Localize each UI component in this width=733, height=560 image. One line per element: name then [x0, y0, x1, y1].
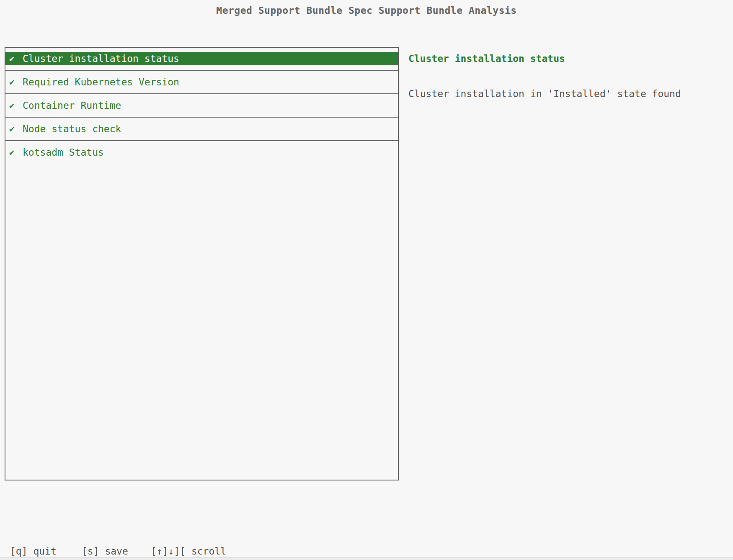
footer: [q] quit [s] save [↑]↓][ scroll — [0, 546, 733, 557]
check-icon: ✔ — [5, 54, 23, 64]
check-icon: ✔ — [5, 77, 23, 87]
list-item-label: Node status check — [23, 123, 398, 134]
list-item[interactable]: ✔Cluster installation status — [5, 52, 398, 75]
check-icon: ✔ — [5, 100, 23, 110]
list-item-label: Container Runtime — [23, 100, 398, 111]
page-title: Merged Support Bundle Spec Support Bundl… — [0, 5, 733, 16]
window-bottom-edge — [0, 557, 733, 560]
list-item[interactable]: ✔Required Kubernetes Version — [5, 75, 398, 99]
list-item-label: Required Kubernetes Version — [23, 77, 398, 87]
list-item-label: kotsadm Status — [23, 147, 398, 158]
quit-key-hint: [q] quit — [10, 546, 57, 557]
detail-message: Cluster installation in 'Installed' stat… — [408, 87, 681, 100]
list-item-bar[interactable]: ✔Cluster installation status — [5, 52, 398, 65]
list-item-bar[interactable]: ✔Required Kubernetes Version — [5, 75, 398, 89]
list-item-bar[interactable]: ✔Node status check — [5, 122, 398, 136]
list-item-bar[interactable]: ✔kotsadm Status — [5, 146, 398, 159]
check-list: ✔Cluster installation status✔Required Ku… — [5, 47, 399, 480]
list-item[interactable]: ✔Node status check — [5, 122, 398, 146]
list-item-label: Cluster installation status — [23, 53, 398, 64]
list-item[interactable]: ✔Container Runtime — [5, 99, 398, 122]
detail-heading: Cluster installation status — [408, 52, 565, 65]
list-item-bar[interactable]: ✔Container Runtime — [5, 99, 398, 112]
check-icon: ✔ — [5, 147, 23, 157]
save-key-hint: [s] save — [82, 546, 128, 557]
scroll-key-hint: [↑]↓][ scroll — [151, 546, 226, 557]
check-icon: ✔ — [5, 124, 23, 134]
list-item[interactable]: ✔kotsadm Status — [5, 146, 398, 169]
